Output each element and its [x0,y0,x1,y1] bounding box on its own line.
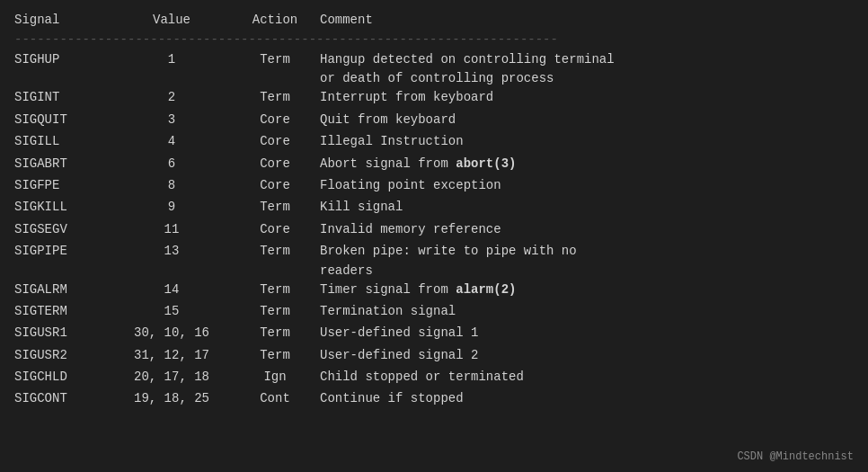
signal-action: Term [230,197,320,217]
signal-value: 2 [113,87,230,107]
table-row: SIGTERM 15 Term Termination signal [14,300,854,322]
table-row: SIGUSR1 30, 10, 16 Term User-defined sig… [14,322,854,343]
signal-name: SIGQUIT [14,110,113,129]
table-row-continuation: or death of controlling process [14,70,854,86]
table-row: SIGCHLD 20, 17, 18 Ign Child stopped or … [14,366,854,387]
signal-action: Core [230,219,320,239]
signal-name: SIGCONT [14,388,113,408]
signal-comment-cont: readers [320,263,854,278]
signal-comment: Timer signal from alarm(2) [320,280,854,299]
table-row: SIGKILL 9 Term Kill signal [14,196,854,218]
signal-value: 6 [113,154,230,174]
signal-comment: User-defined signal 1 [320,323,854,343]
table-row: SIGHUP 1 Term Hangup detected on control… [14,49,854,70]
table-row: SIGALRM 14 Term Timer signal from alarm(… [14,279,854,300]
signal-value: 14 [113,280,230,299]
table-row: SIGCONT 19, 18, 25 Cont Continue if stop… [14,387,854,409]
signal-action: Term [230,345,320,365]
signal-value: 11 [113,219,230,239]
table-row: SIGINT 2 Term Interrupt from keyboard [14,86,854,108]
signal-comment: Illegal Instruction [320,131,854,151]
signal-name: SIGUSR1 [14,323,113,343]
signal-action: Term [230,323,320,343]
header-signal: Signal [14,13,113,27]
signal-name: SIGINT [14,87,113,107]
signal-value: 8 [113,175,230,195]
signal-comment: Termination signal [320,301,854,321]
signal-comment: Interrupt from keyboard [320,87,854,107]
signal-action: Term [230,301,320,321]
header-comment: Comment [320,13,854,27]
table-row: SIGUSR2 31, 12, 17 Term User-defined sig… [14,344,854,366]
divider: ----------------------------------------… [14,31,854,49]
signal-action: Core [230,131,320,151]
signal-action: Term [230,87,320,107]
signal-value: 19, 18, 25 [113,388,230,408]
signal-name: SIGALRM [14,280,113,299]
signal-action: Term [230,49,320,69]
signal-name: SIGKILL [14,197,113,217]
signal-name: SIGPIPE [14,241,113,261]
signal-comment: Child stopped or terminated [320,367,854,387]
table-row: SIGPIPE 13 Term Broken pipe: write to pi… [14,240,854,262]
header-action: Action [230,13,320,27]
signal-name: SIGFPE [14,175,113,195]
header-value: Value [113,13,230,27]
signal-action: Core [230,175,320,195]
signal-action: Ign [230,367,320,387]
signal-value: 1 [113,49,230,69]
signal-value: 4 [113,131,230,151]
table-row: SIGFPE 8 Core Floating point exception [14,174,854,196]
table-row-continuation: readers [14,263,854,279]
bold-text: abort(3) [456,156,516,171]
signal-comment: Abort signal from abort(3) [320,154,854,174]
signal-action: Core [230,110,320,129]
signal-name: SIGUSR2 [14,345,113,365]
table-row: SIGQUIT 3 Core Quit from keyboard [14,109,854,130]
signal-name: SIGSEGV [14,219,113,239]
signal-comment-cont: or death of controlling process [320,71,854,85]
signal-comment: Floating point exception [320,175,854,195]
signal-value: 31, 12, 17 [113,345,230,365]
signal-value: 20, 17, 18 [113,367,230,387]
signal-comment: Invalid memory reference [320,219,854,239]
signal-value: 3 [113,110,230,129]
signal-action: Term [230,241,320,261]
signal-comment: Kill signal [320,197,854,217]
table-row: SIGILL 4 Core Illegal Instruction [14,130,854,152]
signal-value: 15 [113,301,230,321]
signal-value: 9 [113,197,230,217]
table-row: SIGSEGV 11 Core Invalid memory reference [14,218,854,240]
signal-action: Cont [230,388,320,408]
signal-name: SIGTERM [14,301,113,321]
table-header: Signal Value Action Comment [14,9,854,31]
signal-comment: User-defined signal 2 [320,345,854,365]
signal-table: Signal Value Action Comment ------------… [14,9,854,410]
signal-value: 13 [113,241,230,261]
bold-text: alarm(2) [456,282,516,297]
signal-name: SIGILL [14,131,113,151]
signal-action: Core [230,154,320,174]
signal-comment: Quit from keyboard [320,110,854,129]
signal-comment: Continue if stopped [320,388,854,408]
signal-comment: Broken pipe: write to pipe with no [320,241,854,261]
signal-action: Term [230,280,320,299]
table-row: SIGABRT 6 Core Abort signal from abort(3… [14,153,854,174]
watermark: CSDN @Mindtechnist [737,450,854,463]
signal-name: SIGHUP [14,49,113,69]
signal-name: SIGABRT [14,154,113,174]
signal-name: SIGCHLD [14,367,113,387]
signal-value: 30, 10, 16 [113,323,230,343]
signal-comment: Hangup detected on controlling terminal [320,49,854,69]
